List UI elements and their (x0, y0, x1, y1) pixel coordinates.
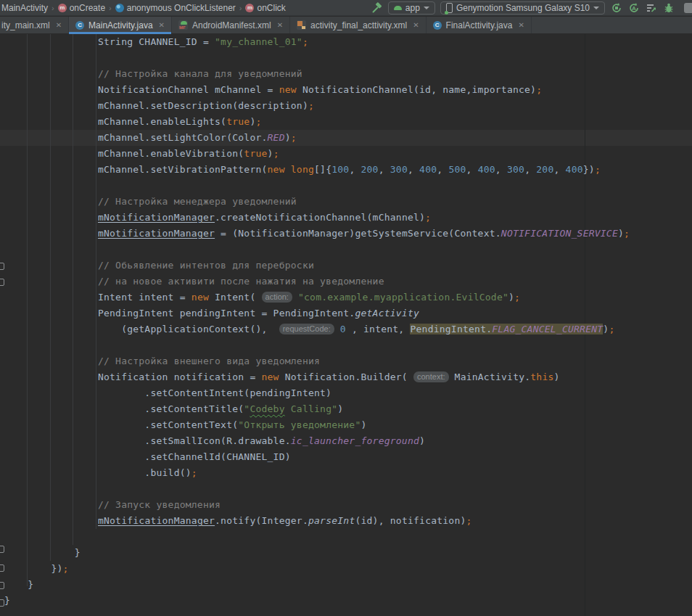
code-line: Intent intent = new Intent( action: "com… (4, 289, 630, 305)
code-token: // Запуск уведомления (4, 499, 221, 510)
tab-close-icon[interactable]: ✕ (159, 21, 165, 29)
code-token: ; (255, 116, 261, 127)
breadcrumb-label: MainActivity (1, 3, 48, 13)
tab-ity_main.xml[interactable]: ity_main.xml✕ (0, 17, 69, 33)
code-token: .build() (4, 467, 191, 478)
breadcrumb-item[interactable]: MainActivity (1, 3, 48, 13)
code-token: 0 (340, 324, 346, 334)
layout-xml-orange-icon (297, 20, 306, 30)
code-line: mChannel.setVibrationPattern(new long[]{… (4, 162, 630, 178)
code-line: } (4, 593, 630, 609)
anonymous-class-icon (115, 4, 124, 12)
code-token: , (437, 164, 448, 175)
fold-marker-icon[interactable] (0, 546, 4, 553)
code-token: .setContentText( (4, 419, 238, 430)
code-token: ; (191, 467, 197, 478)
code-token: ) (419, 435, 425, 446)
code-line: String CHANNEL_ID = "my_channel_01"; (4, 34, 630, 50)
fold-marker-icon[interactable] (0, 582, 4, 589)
device-select[interactable]: Genymotion Samsung Galaxy S10 (440, 1, 605, 15)
run-configuration-select[interactable]: app (388, 1, 435, 15)
code-line: NotificationChannel mChannel = new Notif… (4, 82, 630, 98)
code-token: Notification.Builder( (279, 371, 413, 382)
parameter-hint: requestCode: (279, 324, 334, 334)
code-token: NOTIFICATION_SERVICE (501, 228, 618, 239)
code-token: (getApplicationContext(), (4, 324, 279, 334)
code-token: } (4, 547, 81, 558)
code-token: } (4, 579, 33, 590)
code-token: 300 (390, 164, 408, 175)
attach-profiler-icon[interactable] (680, 1, 692, 14)
code-token: , (553, 164, 565, 175)
code-token: ) (361, 419, 366, 430)
breadcrumb-item[interactable]: monCreate (58, 3, 105, 13)
code-token: , (466, 164, 478, 175)
code-token: "Открыть уведомление" (238, 419, 361, 430)
code-token: // на новое активити после нажатия на ув… (4, 276, 384, 287)
tab-label: AndroidManifest.xml (192, 20, 271, 30)
fold-marker-icon[interactable] (0, 564, 4, 572)
toolbar-actions: app Genymotion Samsung Galaxy S10 A (371, 1, 692, 15)
apply-changes-restart-icon[interactable] (610, 1, 622, 14)
code-text[interactable]: String CHANNEL_ID = "my_channel_01"; // … (4, 34, 630, 609)
code-line: .setContentIntent(pendingIntent) (4, 385, 630, 401)
code-token: 400 (566, 164, 583, 175)
fold-marker-icon[interactable] (0, 263, 4, 270)
code-token: .setContentTitle( (4, 403, 244, 414)
tab-close-icon[interactable]: ✕ (56, 21, 62, 29)
main-toolbar: MainActivity›monCreate›anonymous OnClick… (0, 0, 692, 16)
tab-close-icon[interactable]: ✕ (518, 21, 524, 29)
breadcrumb-item[interactable]: anonymous OnClickListener (115, 3, 236, 13)
code-token: this (530, 371, 553, 382)
code-token: Intent intent = (4, 292, 191, 303)
code-line (4, 50, 630, 66)
fold-marker-icon[interactable] (0, 279, 4, 286)
tab-close-icon[interactable]: ✕ (277, 21, 283, 29)
code-token: ) (554, 371, 560, 382)
fold-marker-icon[interactable] (0, 599, 4, 607)
code-line: // Настройка канала для уведомлений (4, 66, 630, 82)
code-line: // Обьявление интентов для переброски (4, 258, 630, 274)
code-token: Codeby (250, 403, 284, 414)
code-token: ; (514, 292, 520, 303)
tab-FinalActtivity.java[interactable]: CFinalActtivity.java✕ (427, 17, 532, 33)
code-token: (id), notification) (355, 515, 466, 526)
tab-label: MainActivity.java (88, 20, 152, 30)
code-token: // Настройка канала для уведомлений (4, 68, 302, 79)
tab-label: FinalActtivity.java (446, 20, 513, 30)
code-token: mChannel.enableVibration( (4, 148, 244, 159)
breadcrumb-label: anonymous OnClickListener (127, 3, 236, 13)
code-token: 300 (507, 164, 524, 175)
code-line: }); (4, 561, 630, 577)
tab-close-icon[interactable]: ✕ (413, 21, 419, 29)
build-hammer-icon[interactable] (371, 1, 383, 14)
code-line: } (4, 545, 630, 561)
code-token (292, 292, 298, 303)
code-token: mChannel.setLightColor(Color. (4, 132, 268, 143)
code-token: MainActivity. (449, 371, 531, 382)
code-token: ; (595, 164, 601, 175)
breadcrumb-separator: › (109, 4, 112, 12)
apply-code-changes-icon[interactable]: A (627, 1, 640, 14)
code-token: mNotificationManager (98, 515, 215, 526)
tab-MainActivity.java[interactable]: CMainActivity.java✕ (69, 17, 172, 33)
tab-AndroidManifest.xml[interactable]: AndroidManifest.xml✕ (172, 17, 290, 33)
code-token: Calling" (285, 403, 338, 414)
code-token: // Настройка внешнего вида уведомления (4, 356, 320, 366)
code-token: NotificationChannel mChannel = (4, 84, 279, 95)
code-token: mNotificationManager (98, 212, 215, 223)
code-token: ; (466, 515, 472, 526)
run-configuration-label: app (405, 3, 420, 13)
editor-tab-bar: ity_main.xml✕CMainActivity.java✕AndroidM… (0, 17, 692, 34)
profiler-icon[interactable] (645, 1, 657, 14)
tab-label: ity_main.xml (1, 20, 50, 30)
code-token: new (268, 164, 285, 175)
code-line: // Настройка внешнего вида уведомления (4, 353, 630, 369)
code-token: ; (291, 132, 297, 143)
debug-bug-icon[interactable] (662, 1, 675, 14)
tab-activity_final_acttivity.xml[interactable]: activity_final_acttivity.xml✕ (290, 17, 427, 33)
code-editor[interactable]: String CHANNEL_ID = "my_channel_01"; // … (0, 34, 692, 616)
breadcrumb-item[interactable]: monClick (245, 3, 285, 13)
code-token: ; (63, 563, 69, 574)
method-icon: m (58, 4, 67, 12)
